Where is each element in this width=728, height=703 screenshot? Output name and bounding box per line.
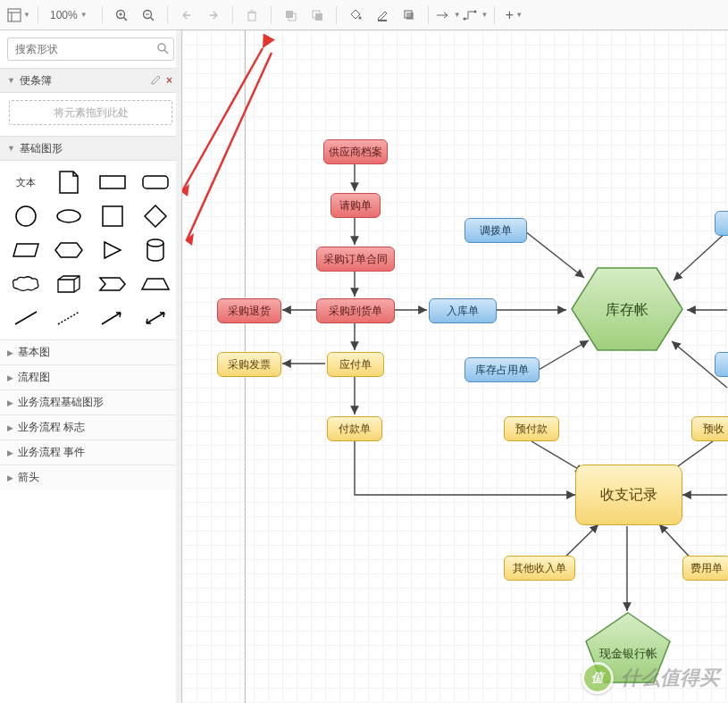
svg-point-31 (147, 239, 163, 247)
section-arrows[interactable]: ▶箭头 (0, 464, 181, 490)
zoom-select[interactable]: 100% ▼ (45, 3, 96, 28)
to-back-button[interactable] (305, 3, 330, 28)
svg-rect-0 (8, 9, 21, 21)
svg-rect-10 (248, 13, 255, 21)
section-flowchart[interactable]: ▶流程图 (0, 364, 181, 389)
delete-button[interactable] (239, 3, 264, 28)
shape-arrow-line[interactable] (94, 305, 131, 331)
node-goods-receipt[interactable]: 采购到货单 (316, 298, 395, 323)
node-expense[interactable]: 费用单 (682, 556, 728, 581)
separator (336, 6, 337, 24)
svg-line-32 (15, 312, 37, 324)
node-payment[interactable]: 付款单 (327, 416, 382, 441)
shadow-button[interactable] (397, 3, 422, 28)
sidebar-scrollbar[interactable] (176, 30, 181, 703)
node-po-contract[interactable]: 采购订单合同 (316, 247, 395, 272)
shape-ellipse[interactable] (50, 204, 88, 229)
node-prepaid[interactable]: 预付款 (504, 416, 559, 441)
canvas[interactable]: 供应商档案 请购单 采购订单合同 采购退货 采购到货单 入库单 调拨单 库存占用… (182, 30, 728, 703)
edit-icon[interactable] (150, 74, 161, 88)
shape-diamond[interactable] (137, 204, 174, 229)
svg-line-33 (58, 312, 79, 324)
shape-dashed-line[interactable] (50, 305, 88, 331)
shape-palette: 文本 (0, 161, 181, 339)
node-stock-in[interactable]: 入库单 (429, 298, 497, 323)
svg-rect-19 (406, 13, 414, 20)
zoom-in-button[interactable] (109, 3, 134, 28)
separator (167, 6, 168, 24)
waypoints-button[interactable]: ▼ (463, 3, 489, 28)
node-requisition[interactable]: 请购单 (331, 193, 381, 218)
line-color-button[interactable] (370, 3, 395, 28)
node-partial-2[interactable] (715, 352, 728, 377)
node-purchase-return[interactable]: 采购退货 (217, 298, 281, 323)
chevron-down-icon: ▼ (7, 144, 15, 153)
section-basic-diagram[interactable]: ▶基本图 (0, 339, 181, 364)
node-supplier[interactable]: 供应商档案 (323, 139, 388, 164)
chevron-right-icon: ▶ (7, 448, 13, 457)
node-purchase-invoice[interactable]: 采购发票 (217, 352, 281, 377)
insert-button[interactable]: + ▼ (501, 3, 526, 28)
section-bpmn-basic[interactable]: ▶业务流程基础图形 (0, 389, 181, 414)
svg-point-22 (463, 17, 465, 20)
watermark-text: 什么值得买 (621, 665, 719, 691)
fill-color-button[interactable] (343, 3, 368, 28)
shape-double-arrow[interactable] (137, 305, 174, 331)
shape-circle[interactable] (7, 204, 45, 229)
basic-shapes-title: 基础图形 (20, 141, 174, 156)
separator (102, 6, 103, 24)
zoom-value: 100% (50, 9, 78, 21)
svg-point-24 (158, 44, 165, 51)
scratchpad-title: 便条簿 (20, 73, 150, 88)
shape-text[interactable]: 文本 (7, 170, 45, 195)
shape-cube[interactable] (50, 272, 88, 297)
watermark-logo: 值 (582, 662, 614, 694)
node-transfer[interactable]: 调拨单 (464, 218, 527, 243)
layout-button[interactable]: ▼ (6, 3, 31, 28)
search-input[interactable] (7, 38, 174, 61)
svg-line-8 (150, 17, 154, 21)
shape-square[interactable] (94, 204, 131, 229)
search-icon[interactable] (156, 42, 169, 57)
to-front-button[interactable] (278, 3, 303, 28)
shape-rounded-rect[interactable] (137, 170, 174, 195)
shape-hexagon[interactable] (50, 238, 88, 263)
node-payable[interactable]: 应付单 (327, 352, 384, 377)
scratchpad-header[interactable]: ▼ 便条簿 × (0, 68, 181, 93)
node-other-income[interactable]: 其他收入单 (504, 556, 575, 581)
svg-text:现金银行帐: 现金银行帐 (599, 647, 657, 660)
main: ▼ 便条簿 × 将元素拖到此处 ▼ 基础图形 文本 (0, 30, 728, 703)
node-partial-1[interactable] (715, 211, 728, 236)
zoom-out-button[interactable] (136, 3, 161, 28)
node-inventory-ledger[interactable]: 库存帐 (568, 264, 686, 356)
shape-line[interactable] (7, 305, 45, 331)
dropzone-label: 将元素拖到此处 (54, 105, 129, 121)
shape-cylinder[interactable] (137, 238, 174, 263)
node-stock-occupy[interactable]: 库存占用单 (464, 357, 540, 382)
shape-trapezoid[interactable] (137, 272, 174, 297)
node-income-expense[interactable]: 收支记录 (575, 464, 682, 525)
svg-point-29 (57, 210, 80, 222)
section-bpmn-events[interactable]: ▶业务流程 事件 (0, 439, 181, 464)
svg-line-34 (102, 313, 121, 324)
shape-note[interactable] (50, 170, 88, 195)
scratchpad-dropzone[interactable]: 将元素拖到此处 (9, 100, 172, 125)
chevron-right-icon: ▶ (7, 373, 13, 382)
basic-shapes-header[interactable]: ▼ 基础图形 (0, 136, 181, 161)
svg-point-28 (16, 206, 36, 226)
shape-rect[interactable] (94, 170, 131, 195)
undo-button[interactable] (174, 3, 199, 28)
close-icon[interactable]: × (164, 74, 174, 87)
svg-point-17 (358, 16, 361, 19)
shape-cloud[interactable] (7, 272, 45, 297)
shape-step[interactable] (94, 272, 131, 297)
svg-line-4 (123, 17, 127, 21)
node-prereceipt[interactable]: 预收 (691, 416, 728, 441)
connection-button[interactable]: ▼ (435, 3, 461, 28)
shape-parallelogram[interactable] (7, 238, 45, 263)
separator (494, 6, 495, 24)
shape-triangle[interactable] (94, 238, 131, 263)
section-bpmn-markers[interactable]: ▶业务流程 标志 (0, 414, 181, 439)
redo-button[interactable] (201, 3, 226, 28)
svg-rect-15 (315, 13, 322, 21)
